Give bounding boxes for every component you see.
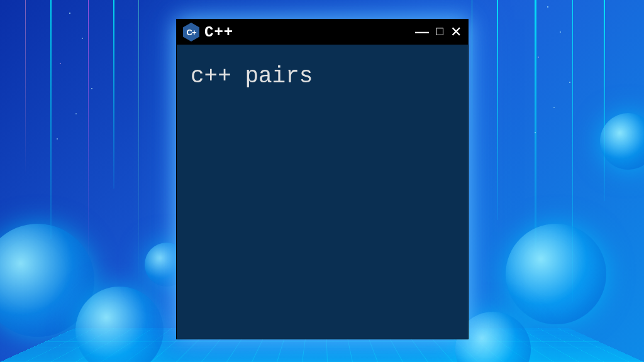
- bg-line: [25, 0, 26, 176]
- bg-dots: [547, 6, 548, 8]
- console-window: C+ C++ — ☐ ✕ c++ pairs: [176, 19, 469, 339]
- maximize-button[interactable]: ☐: [435, 27, 444, 37]
- bg-sphere: [506, 224, 606, 324]
- bg-line: [50, 0, 52, 239]
- console-body[interactable]: c++ pairs: [177, 45, 468, 108]
- bg-dots: [69, 13, 70, 14]
- bg-line: [113, 0, 114, 189]
- bg-line: [138, 0, 139, 283]
- app-icon-label: C+: [187, 28, 196, 37]
- bg-line: [535, 0, 536, 251]
- bg-sphere: [600, 113, 644, 170]
- bg-line: [604, 0, 605, 201]
- titlebar[interactable]: C+ C++ — ☐ ✕: [177, 19, 468, 45]
- window-title: C++: [204, 24, 410, 41]
- console-output: c++ pairs: [191, 63, 454, 89]
- minimize-button[interactable]: —: [415, 25, 429, 39]
- close-button[interactable]: ✕: [450, 25, 462, 39]
- bg-line: [497, 0, 498, 220]
- window-controls: — ☐ ✕: [415, 25, 462, 39]
- bg-line: [88, 0, 89, 264]
- cpp-hexagon-icon: C+: [183, 23, 199, 41]
- bg-line: [472, 0, 472, 176]
